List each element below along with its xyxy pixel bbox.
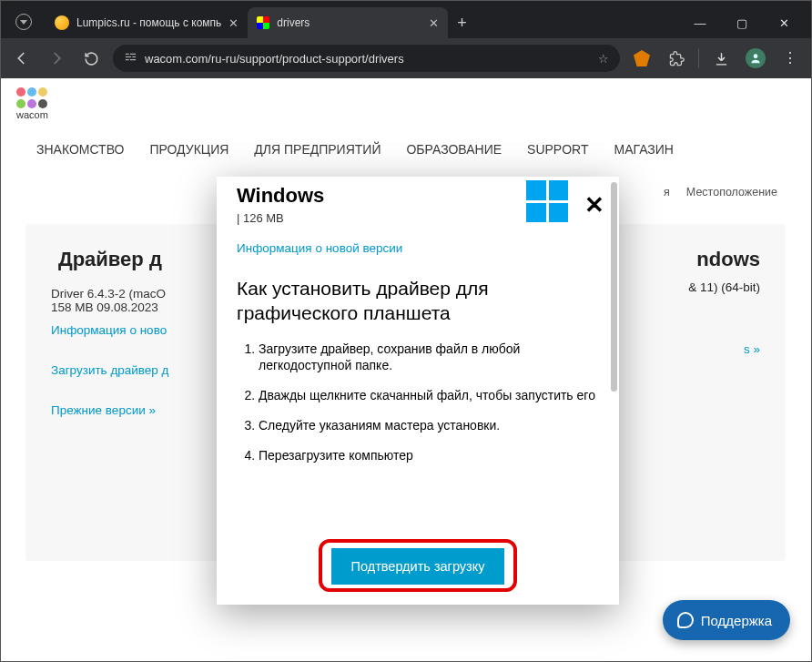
download-modal: ✕ Windows | 126 MB Информация о новой ве… <box>217 177 619 605</box>
close-icon[interactable]: ✕ <box>228 16 239 30</box>
close-icon[interactable]: ✕ <box>429 16 439 30</box>
new-tab-button[interactable]: + <box>448 7 476 38</box>
driver-win-title: ndows <box>696 248 760 271</box>
browser-tab-1[interactable]: drivers ✕ <box>248 7 448 38</box>
maximize-button[interactable]: ▢ <box>721 7 763 38</box>
main-nav: ЗНАКОМСТВО ПРОДУКЦИЯ ДЛЯ ПРЕДПРИЯТИЙ ОБР… <box>36 142 776 157</box>
mac-info-link[interactable]: Информация о ново <box>51 323 167 337</box>
win-link[interactable]: s » <box>744 342 760 356</box>
svg-rect-2 <box>126 56 131 57</box>
extension-fox-icon[interactable] <box>629 46 655 71</box>
modal-scrollbar[interactable] <box>611 182 617 392</box>
favicon-lumpics <box>55 15 69 30</box>
tab-search-button[interactable] <box>7 5 40 38</box>
tab-title: Lumpics.ru - помощь с компь <box>76 16 221 29</box>
svg-rect-1 <box>130 54 136 55</box>
nav-item[interactable]: SUPPORT <box>527 142 588 157</box>
browser-tab-0[interactable]: Lumpics.ru - помощь с компь ✕ <box>46 7 248 38</box>
nav-item[interactable]: ЗНАКОМСТВО <box>36 142 124 157</box>
tab-title: drivers <box>277 16 421 29</box>
window-controls: — ▢ ✕ <box>679 7 805 38</box>
nav-item[interactable]: ПРОДУКЦИЯ <box>149 142 228 157</box>
list-item: Дважды щелкните скачанный файл, чтобы за… <box>259 387 599 404</box>
minimize-button[interactable]: — <box>679 7 721 38</box>
mac-download-link[interactable]: Загрузить драйвер д <box>51 363 169 377</box>
modal-info-link[interactable]: Информация о новой версии <box>237 241 402 255</box>
windows-icon <box>526 180 568 222</box>
list-item: Следуйте указаниям мастера установки. <box>259 417 599 434</box>
modal-steps: Загрузите драйвер, сохранив файл в любой… <box>237 341 599 464</box>
browser-tab-bar: Lumpics.ru - помощь с компь ✕ drivers ✕ … <box>0 0 812 38</box>
extensions-icon[interactable] <box>664 46 689 71</box>
back-button[interactable] <box>9 46 35 71</box>
address-bar[interactable]: wacom.com/ru-ru/support/product-support/… <box>113 45 620 72</box>
list-item: Перезагрузите компьютер <box>259 447 599 464</box>
url-text: wacom.com/ru-ru/support/product-support/… <box>145 52 591 66</box>
svg-rect-5 <box>130 59 136 60</box>
confirm-download-button[interactable]: Подтвердить загрузку <box>331 548 505 585</box>
close-window-button[interactable]: ✕ <box>763 7 805 38</box>
downloads-icon[interactable] <box>708 46 734 71</box>
svg-rect-3 <box>132 56 136 57</box>
browser-toolbar: wacom.com/ru-ru/support/product-support/… <box>0 38 812 78</box>
modal-heading: Как установить драйвер для графического … <box>237 276 599 326</box>
page-content: wacom ЗНАКОМСТВО ПРОДУКЦИЯ ДЛЯ ПРЕДПРИЯТ… <box>0 78 812 662</box>
svg-point-6 <box>754 54 758 58</box>
chat-icon <box>677 612 694 628</box>
support-fab[interactable]: Поддержка <box>663 600 790 640</box>
nav-item[interactable]: МАГАЗИН <box>614 142 673 157</box>
profile-button[interactable] <box>743 46 768 71</box>
mac-prev-link[interactable]: Прежние версии » <box>51 403 156 417</box>
sub-row: я Местоположение <box>664 186 777 199</box>
language-selector[interactable]: я <box>664 186 670 199</box>
svg-rect-0 <box>126 54 129 55</box>
logo-text: wacom <box>16 109 53 120</box>
svg-rect-4 <box>126 59 129 60</box>
list-item: Загрузите драйвер, сохранив файл в любой… <box>259 341 599 375</box>
location-selector[interactable]: Местоположение <box>686 186 777 199</box>
kebab-menu[interactable]: ⋮ <box>777 46 803 71</box>
site-settings-icon[interactable] <box>124 50 137 66</box>
wacom-logo[interactable]: wacom <box>16 87 53 120</box>
favicon-wacom <box>257 16 269 29</box>
support-label: Поддержка <box>701 613 772 628</box>
bookmark-icon[interactable]: ☆ <box>598 52 609 66</box>
nav-item[interactable]: ДЛЯ ПРЕДПРИЯТИЙ <box>254 142 381 157</box>
driver-win-meta: & 11) (64-bit) <box>688 280 760 294</box>
nav-item[interactable]: ОБРАЗОВАНИЕ <box>406 142 502 157</box>
forward-button[interactable] <box>44 46 69 71</box>
modal-close-button[interactable]: ✕ <box>584 191 604 219</box>
reload-button[interactable] <box>78 46 104 71</box>
